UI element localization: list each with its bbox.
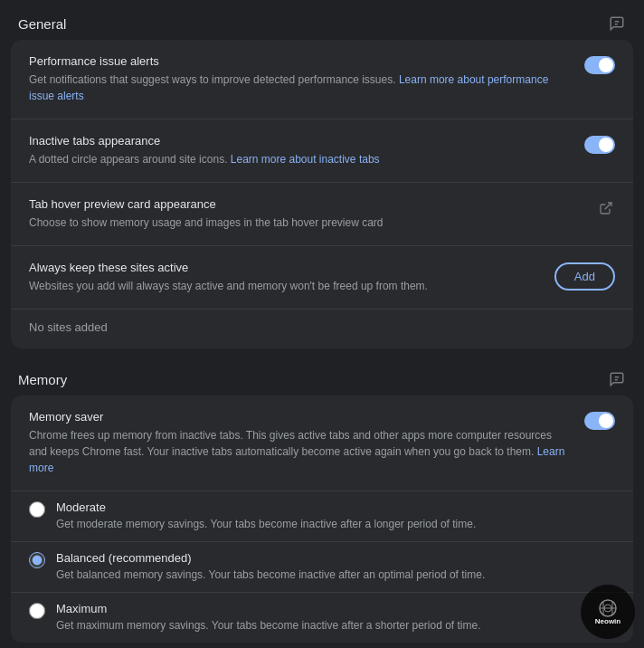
- always-keep-active-row: Always keep these sites active Websites …: [11, 246, 633, 310]
- memory-saver-title: Memory saver: [29, 410, 570, 424]
- memory-feedback-icon[interactable]: [608, 370, 626, 388]
- balanced-radio[interactable]: [29, 552, 45, 568]
- maximum-content: Maximum Get maximum memory savings. Your…: [56, 602, 481, 634]
- neowin-logo-icon: [595, 599, 620, 617]
- moderate-label: Moderate: [56, 500, 476, 514]
- moderate-description: Get moderate memory savings. Your tabs b…: [56, 516, 476, 532]
- balanced-description: Get balanced memory savings. Your tabs b…: [56, 567, 485, 583]
- inactive-tabs-row: Inactive tabs appearance A dotted circle…: [11, 119, 633, 183]
- inactive-tabs-toggle[interactable]: [584, 136, 615, 154]
- general-title: General: [18, 16, 66, 32]
- memory-title: Memory: [18, 372, 67, 387]
- memory-saver-toggle-container: [584, 412, 615, 430]
- inactive-tabs-title: Inactive tabs appearance: [29, 134, 570, 148]
- inactive-tabs-toggle-container: [584, 136, 615, 154]
- balanced-option-row: Balanced (recommended) Get balanced memo…: [11, 542, 633, 593]
- add-site-button[interactable]: Add: [554, 262, 615, 291]
- memory-saver-row: Memory saver Chrome frees up memory from…: [11, 395, 633, 491]
- balanced-content: Balanced (recommended) Get balanced memo…: [56, 551, 485, 583]
- neowin-badge: Neowin: [581, 585, 635, 639]
- performance-alerts-toggle-knob: [599, 58, 613, 72]
- memory-saver-toggle[interactable]: [584, 412, 615, 430]
- performance-alerts-toggle[interactable]: [584, 56, 615, 74]
- inactive-tabs-link[interactable]: Learn more about inactive tabs: [231, 153, 380, 166]
- memory-saver-content: Memory saver Chrome frees up memory from…: [29, 410, 584, 476]
- maximum-radio[interactable]: [29, 603, 45, 619]
- always-keep-active-description: Websites you add will always stay active…: [29, 278, 540, 294]
- tab-hover-preview-description: Choose to show memory usage and images i…: [29, 214, 582, 231]
- performance-alerts-title: Performance issue alerts: [29, 54, 570, 68]
- maximum-description: Get maximum memory savings. Your tabs be…: [56, 617, 481, 634]
- moderate-radio[interactable]: [29, 501, 45, 518]
- performance-alerts-toggle-container: [584, 56, 615, 74]
- performance-alerts-content: Performance issue alerts Get notificatio…: [29, 54, 584, 104]
- page-container: General Performance issue alerts Get not…: [0, 0, 644, 648]
- inactive-tabs-content: Inactive tabs appearance A dotted circle…: [29, 134, 584, 167]
- memory-saver-toggle-knob: [599, 414, 613, 428]
- memory-section-card: Memory saver Chrome frees up memory from…: [11, 395, 633, 643]
- balanced-label: Balanced (recommended): [56, 551, 485, 565]
- performance-alerts-row: Performance issue alerts Get notificatio…: [11, 40, 633, 119]
- tab-hover-preview-row: Tab hover preview card appearance Choose…: [11, 183, 633, 246]
- inactive-tabs-description: A dotted circle appears around site icon…: [29, 151, 570, 167]
- general-section-card: Performance issue alerts Get notificatio…: [11, 40, 633, 348]
- tab-hover-preview-title: Tab hover preview card appearance: [29, 197, 582, 211]
- maximum-option-row: Maximum Get maximum memory savings. Your…: [11, 593, 633, 643]
- memory-section-header: Memory: [0, 363, 644, 395]
- maximum-label: Maximum: [56, 602, 481, 615]
- svg-line-2: [605, 203, 611, 209]
- no-sites-label: No sites added: [29, 320, 108, 334]
- neowin-label: Neowin: [595, 617, 620, 625]
- tab-hover-preview-external-link-icon[interactable]: [597, 199, 615, 217]
- always-keep-active-title: Always keep these sites active: [29, 261, 540, 274]
- general-feedback-icon[interactable]: [608, 14, 626, 33]
- no-sites-row: No sites added: [11, 310, 633, 348]
- memory-saver-description: Chrome frees up memory from inactive tab…: [29, 427, 570, 476]
- general-section-header: General: [0, 7, 644, 40]
- performance-alerts-description: Get notifications that suggest ways to i…: [29, 71, 570, 104]
- tab-hover-preview-content: Tab hover preview card appearance Choose…: [29, 197, 597, 231]
- moderate-content: Moderate Get moderate memory savings. Yo…: [56, 500, 476, 532]
- inactive-tabs-toggle-knob: [599, 138, 613, 152]
- always-keep-active-content: Always keep these sites active Websites …: [29, 261, 554, 294]
- moderate-option-row: Moderate Get moderate memory savings. Yo…: [11, 491, 633, 542]
